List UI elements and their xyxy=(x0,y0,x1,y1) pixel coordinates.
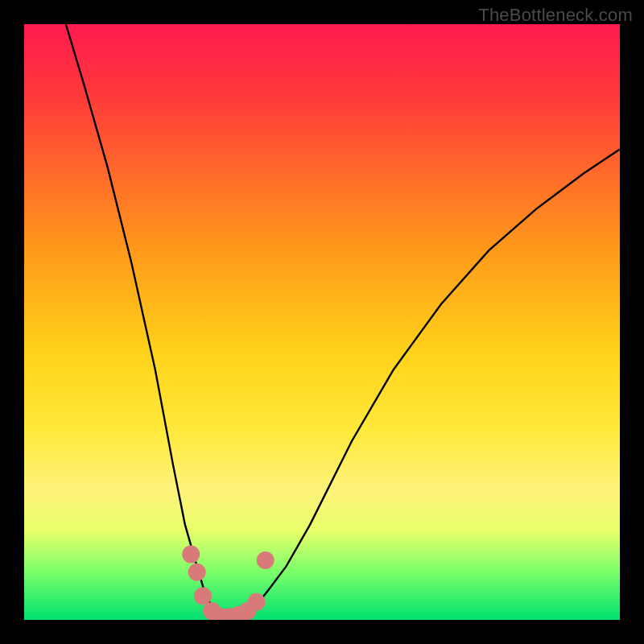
chart-frame: TheBottleneck.com xyxy=(0,0,644,644)
highlight-dot xyxy=(257,551,275,569)
plot-area xyxy=(24,24,620,620)
highlight-dots xyxy=(182,546,275,620)
curve-layer xyxy=(24,24,620,620)
highlight-dot xyxy=(194,587,212,605)
highlight-dot xyxy=(248,593,266,611)
watermark-text: TheBottleneck.com xyxy=(478,5,633,26)
highlight-dot xyxy=(188,564,206,581)
highlight-dot xyxy=(182,546,200,564)
bottleneck-curve xyxy=(66,24,620,617)
